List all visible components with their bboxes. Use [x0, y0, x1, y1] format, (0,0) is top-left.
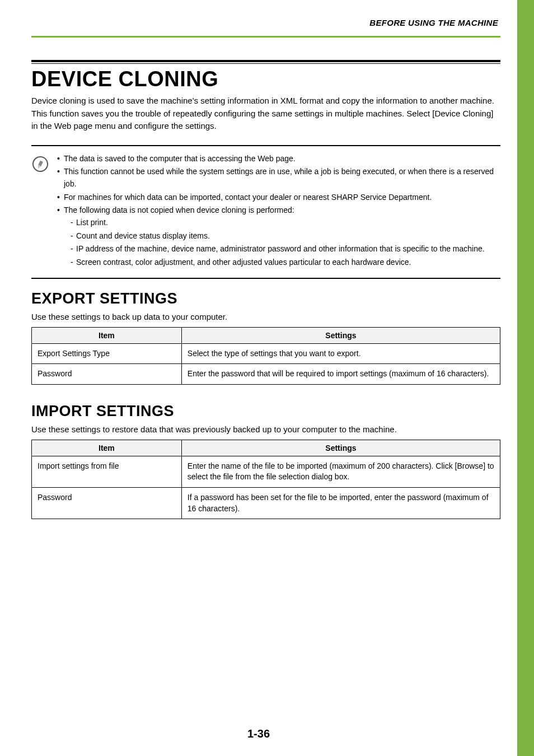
table-header-settings: Settings [181, 440, 500, 456]
table-cell-item: Export Settings Type [32, 343, 182, 364]
note-icon-wrap [31, 153, 57, 172]
intro-paragraph: Device cloning is used to save the machi… [31, 95, 500, 133]
header-rule [31, 36, 500, 38]
table-cell-settings: Enter the password that will be required… [181, 364, 500, 385]
page-title: DEVICE CLONING [31, 67, 500, 91]
table-header-item: Item [32, 440, 182, 456]
page-number: 1-36 [0, 727, 517, 740]
note-item: This function cannot be used while the s… [57, 166, 500, 190]
note-sub-list: List print. Count and device status disp… [64, 217, 500, 269]
table-row: Import settings from file Enter the name… [32, 456, 500, 487]
note-item-text: The following data is not copied when de… [64, 206, 294, 214]
import-title: IMPORT SETTINGS [31, 403, 500, 420]
table-cell-settings: Enter the name of the file to be importe… [181, 456, 500, 487]
export-table: Item Settings Export Settings Type Selec… [31, 327, 500, 385]
title-rule-thin [31, 63, 500, 64]
note-list: The data is saved to the computer that i… [57, 153, 500, 270]
page-content: BEFORE USING THE MACHINE DEVICE CLONING … [0, 0, 534, 554]
note-sub-item: Screen contrast, color adjustment, and o… [71, 256, 500, 269]
note-item: The data is saved to the computer that i… [57, 153, 500, 165]
running-head: BEFORE USING THE MACHINE [369, 18, 498, 27]
table-row: Export Settings Type Select the type of … [32, 343, 500, 364]
table-header-item: Item [32, 327, 182, 343]
table-cell-item: Import settings from file [32, 456, 182, 487]
table-row: Password Enter the password that will be… [32, 364, 500, 385]
table-header-settings: Settings [181, 327, 500, 343]
table-cell-settings: If a password has been set for the file … [181, 488, 500, 519]
side-stripe [517, 0, 534, 756]
note-box: The data is saved to the computer that i… [31, 145, 500, 279]
table-row: Password If a password has been set for … [32, 488, 500, 519]
pencil-icon [30, 154, 50, 174]
note-sub-item: List print. [71, 217, 500, 229]
import-table: Item Settings Import settings from file … [31, 440, 500, 519]
export-title: EXPORT SETTINGS [31, 290, 500, 307]
note-sub-item: IP address of the machine, device name, … [71, 243, 500, 255]
table-cell-item: Password [32, 488, 182, 519]
table-cell-item: Password [32, 364, 182, 385]
title-rule-top [31, 60, 500, 62]
note-item: For machines for which data can be impor… [57, 192, 500, 204]
header: BEFORE USING THE MACHINE [31, 18, 500, 34]
export-desc: Use these settings to back up data to yo… [31, 312, 500, 321]
note-item: The following data is not copied when de… [57, 204, 500, 268]
table-cell-settings: Select the type of settings that you wan… [181, 343, 500, 364]
import-desc: Use these settings to restore data that … [31, 424, 500, 434]
note-sub-item: Count and device status display items. [71, 230, 500, 242]
